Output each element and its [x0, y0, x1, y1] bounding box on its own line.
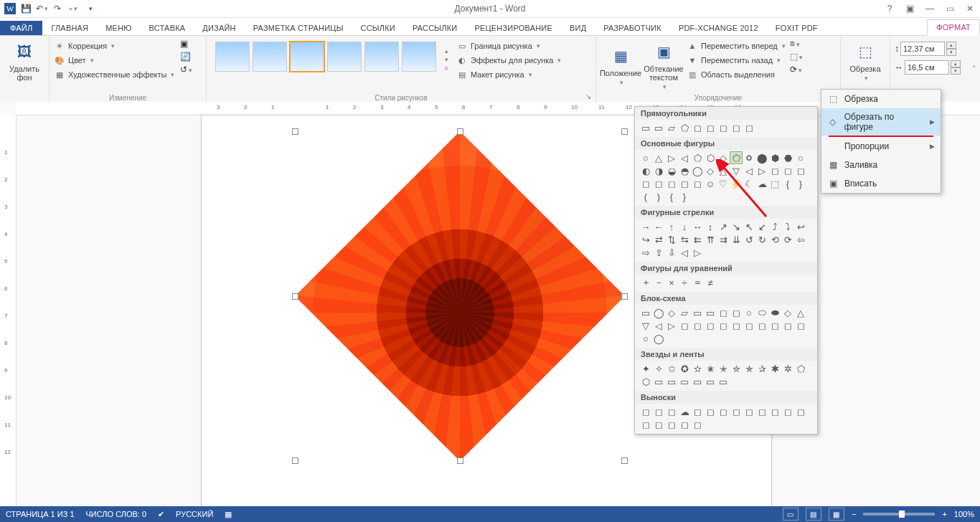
style-thumb-selected[interactable] [290, 42, 324, 72]
shape-option[interactable]: ◻ [781, 164, 794, 177]
selected-picture[interactable] [295, 131, 625, 461]
shape-option[interactable]: ◻ [639, 405, 652, 418]
spinner-down-icon[interactable]: ▾ [951, 67, 961, 75]
spinner-up-icon[interactable]: ▴ [946, 42, 956, 49]
shape-option[interactable]: ◯ [691, 164, 704, 177]
shape-option[interactable]: ◻ [717, 121, 730, 134]
shape-option[interactable]: ▭ [665, 375, 678, 388]
shape-option[interactable]: ÷ [678, 276, 691, 289]
height-input[interactable]: ↕12,37 см▴▾ [895, 42, 971, 56]
tab-file[interactable]: ФАЙЛ [0, 21, 42, 35]
shape-option[interactable]: } [678, 190, 691, 203]
shape-option[interactable]: ⬠ [678, 121, 691, 134]
width-input[interactable]: ↔16,5 см▴▾ [895, 60, 971, 75]
shape-option[interactable]: ◇ [781, 306, 794, 319]
shape-option[interactable]: ↑ [665, 220, 678, 233]
shape-option[interactable]: ◻ [678, 177, 691, 190]
shape-option[interactable]: ◒ [665, 164, 678, 177]
shape-option[interactable]: ✭ [717, 362, 730, 375]
align-icon[interactable]: ≡▾ [790, 39, 803, 49]
shape-option[interactable]: ◻ [730, 121, 743, 134]
crop-menu-crop[interactable]: ⬚Обрезка [821, 90, 941, 108]
shape-option[interactable]: ▭ [639, 121, 652, 134]
selection-pane-button[interactable]: ▥Область выделения [687, 67, 786, 82]
shape-option[interactable]: ⬠ [691, 151, 704, 164]
shape-option[interactable]: ◻ [639, 177, 652, 190]
style-thumb[interactable] [215, 42, 250, 72]
shape-option[interactable]: ○ [639, 332, 652, 345]
shape-option[interactable]: ✰ [755, 362, 768, 375]
shape-option[interactable]: ↺ [743, 233, 755, 246]
resize-handle[interactable] [292, 457, 298, 464]
view-read-button[interactable]: ▭ [783, 508, 798, 521]
shape-option[interactable]: ○ [743, 306, 755, 319]
shape-option[interactable]: ⬬ [768, 306, 781, 319]
crop-menu-fill[interactable]: ▦Заливка [821, 156, 941, 174]
picture-effects-button[interactable]: ◐Эффекты для рисунка▾ [456, 53, 561, 67]
shape-option[interactable]: ◻ [794, 405, 807, 418]
dialog-launcher-icon[interactable]: ↘ [585, 92, 591, 100]
shape-option[interactable]: ◻ [678, 418, 691, 431]
shape-option[interactable]: ⟳ [781, 233, 794, 246]
shape-option[interactable]: ＝ [691, 276, 704, 289]
ribbon-display-icon[interactable]: ▣ [903, 4, 917, 14]
shape-option[interactable]: ⚡ [730, 177, 743, 190]
minimize-icon[interactable]: — [923, 4, 937, 14]
shape-option[interactable]: ⭘ [743, 151, 755, 164]
spinner-down-icon[interactable]: ▾ [946, 49, 956, 56]
shape-option[interactable]: ◇ [717, 151, 730, 164]
shape-option[interactable]: ↔ [691, 220, 704, 233]
shape-option[interactable]: ▭ [652, 375, 665, 388]
height-value[interactable]: 12,37 см [900, 42, 945, 56]
shape-option[interactable]: ▽ [730, 164, 743, 177]
zoom-value[interactable]: 100% [954, 510, 974, 518]
shape-option[interactable]: ⬡ [639, 375, 652, 388]
save-icon[interactable]: 💾 [19, 1, 33, 16]
shape-option[interactable]: ≠ [704, 276, 717, 289]
shape-option[interactable]: ⇧ [652, 246, 665, 259]
shape-option[interactable]: ⬚ [768, 177, 781, 190]
status-language[interactable]: РУССКИЙ [176, 510, 213, 518]
zoom-in-button[interactable]: + [942, 510, 946, 518]
shape-option[interactable]: ◻ [794, 319, 807, 332]
shape-option[interactable]: ◑ [652, 164, 665, 177]
tab-insert[interactable]: ВСТАВКА [141, 21, 194, 35]
picture-layout-button[interactable]: ▤Макет рисунка▾ [456, 67, 561, 82]
resize-handle[interactable] [457, 457, 463, 464]
resize-handle[interactable] [292, 128, 298, 135]
shape-option[interactable]: ( [639, 190, 652, 203]
shape-option[interactable]: － [652, 276, 665, 289]
crop-menu-aspect[interactable]: Пропорции▶ [821, 137, 941, 156]
shape-option[interactable]: ◻ [691, 121, 704, 134]
shape-option[interactable]: ↪ [639, 233, 652, 246]
style-thumb[interactable] [364, 42, 399, 72]
shape-option[interactable]: ▱ [665, 121, 678, 134]
shape-option[interactable]: ▭ [691, 306, 704, 319]
tab-design[interactable]: ДИЗАЙН [194, 21, 244, 35]
shape-option[interactable]: ◻ [768, 319, 781, 332]
tab-developer[interactable]: РАЗРАБОТЧИК [595, 21, 670, 35]
shape-option[interactable]: ◁ [678, 246, 691, 259]
rotate-icon[interactable]: ⟳▾ [790, 65, 803, 75]
tab-foxit[interactable]: Foxit PDF [767, 21, 826, 35]
send-backward-button[interactable]: ▼Переместить назад▾ [687, 53, 786, 67]
shape-option[interactable]: ◻ [639, 418, 652, 431]
shape-option[interactable]: ⇆ [678, 233, 691, 246]
shape-option[interactable]: ◻ [730, 405, 743, 418]
resize-handle[interactable] [621, 128, 628, 135]
shape-option[interactable]: ◻ [717, 306, 730, 319]
shape-option[interactable]: ↩ [794, 220, 807, 233]
shape-option[interactable]: ▷ [665, 151, 678, 164]
shape-option[interactable]: ▷ [691, 246, 704, 259]
style-thumb[interactable] [253, 42, 287, 72]
tab-menu[interactable]: Меню [97, 21, 140, 35]
tab-review[interactable]: РЕЦЕНЗИРОВАНИЕ [466, 21, 561, 35]
group-icon[interactable]: ⬚▾ [790, 52, 803, 62]
shape-option[interactable]: ← [652, 220, 665, 233]
shape-option[interactable]: ⤴ [768, 220, 781, 233]
resize-handle[interactable] [292, 293, 298, 300]
tab-format[interactable]: ФОРМАТ [927, 19, 980, 36]
close-icon[interactable]: ✕ [963, 4, 977, 14]
change-picture-icon[interactable]: 🔄 [180, 52, 192, 62]
spinner-up-icon[interactable]: ▴ [951, 60, 961, 67]
